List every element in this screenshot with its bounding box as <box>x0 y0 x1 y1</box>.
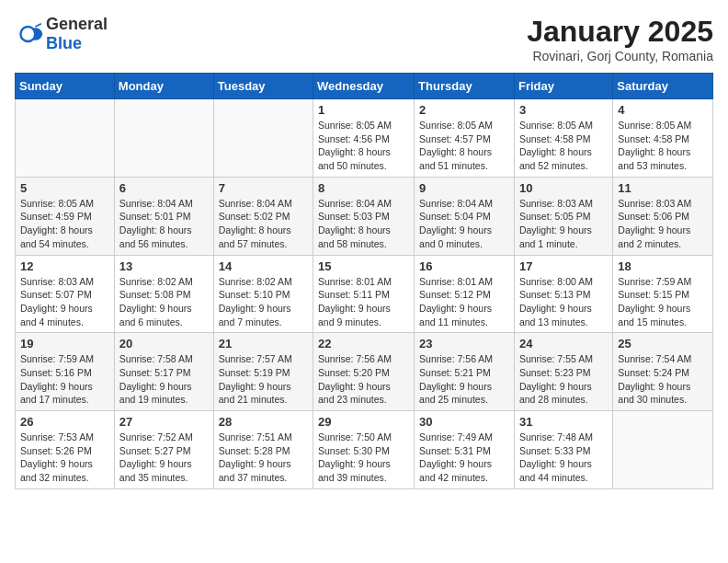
weekday-header-row: SundayMondayTuesdayWednesdayThursdayFrid… <box>16 74 713 99</box>
day-info: Sunrise: 7:59 AM Sunset: 5:15 PM Dayligh… <box>618 275 708 329</box>
day-number: 31 <box>519 415 608 429</box>
day-info: Sunrise: 8:02 AM Sunset: 5:08 PM Dayligh… <box>119 275 209 329</box>
weekday-header-tuesday: Tuesday <box>213 74 313 99</box>
day-number: 21 <box>219 337 308 350</box>
day-info: Sunrise: 8:05 AM Sunset: 4:56 PM Dayligh… <box>318 119 409 173</box>
calendar-cell: 18Sunrise: 7:59 AM Sunset: 5:15 PM Dayli… <box>613 255 713 333</box>
calendar-cell: 20Sunrise: 7:58 AM Sunset: 5:17 PM Dayli… <box>114 333 213 411</box>
calendar-cell: 7Sunrise: 8:04 AM Sunset: 5:02 PM Daylig… <box>213 177 313 255</box>
day-info: Sunrise: 7:56 AM Sunset: 5:20 PM Dayligh… <box>318 352 409 407</box>
day-number: 30 <box>419 415 509 429</box>
day-number: 28 <box>219 415 308 429</box>
calendar-cell: 29Sunrise: 7:50 AM Sunset: 5:30 PM Dayli… <box>313 411 415 489</box>
day-number: 29 <box>318 415 409 429</box>
day-number: 23 <box>419 337 509 350</box>
calendar-cell: 30Sunrise: 7:49 AM Sunset: 5:31 PM Dayli… <box>415 411 515 489</box>
calendar-cell: 23Sunrise: 7:56 AM Sunset: 5:21 PM Dayli… <box>415 333 515 411</box>
day-number: 2 <box>419 103 509 117</box>
calendar-cell: 26Sunrise: 7:53 AM Sunset: 5:26 PM Dayli… <box>16 411 115 489</box>
day-info: Sunrise: 7:49 AM Sunset: 5:31 PM Dayligh… <box>419 431 509 485</box>
day-info: Sunrise: 7:53 AM Sunset: 5:26 PM Dayligh… <box>20 431 109 485</box>
calendar-cell: 22Sunrise: 7:56 AM Sunset: 5:20 PM Dayli… <box>313 333 415 411</box>
day-number: 19 <box>20 337 109 350</box>
day-info: Sunrise: 7:57 AM Sunset: 5:19 PM Dayligh… <box>219 352 308 407</box>
calendar-week-2: 5Sunrise: 8:05 AM Sunset: 4:59 PM Daylig… <box>16 177 713 255</box>
calendar-cell <box>16 99 115 178</box>
day-number: 14 <box>219 259 308 273</box>
calendar-title: January 2025 <box>527 15 713 49</box>
day-number: 12 <box>20 259 109 273</box>
day-number: 10 <box>519 181 608 195</box>
calendar-cell: 19Sunrise: 7:59 AM Sunset: 5:16 PM Dayli… <box>16 333 115 411</box>
calendar-cell: 12Sunrise: 8:03 AM Sunset: 5:07 PM Dayli… <box>16 255 115 333</box>
day-info: Sunrise: 8:04 AM Sunset: 5:04 PM Dayligh… <box>419 197 509 251</box>
day-number: 25 <box>618 337 708 350</box>
calendar-table: SundayMondayTuesdayWednesdayThursdayFrid… <box>15 73 713 489</box>
svg-point-0 <box>20 27 35 41</box>
calendar-cell: 15Sunrise: 8:01 AM Sunset: 5:11 PM Dayli… <box>313 255 415 333</box>
day-number: 18 <box>618 259 708 273</box>
calendar-cell: 3Sunrise: 8:05 AM Sunset: 4:58 PM Daylig… <box>514 99 612 178</box>
day-info: Sunrise: 7:59 AM Sunset: 5:16 PM Dayligh… <box>20 352 109 407</box>
logo-icon <box>15 19 44 49</box>
calendar-cell: 13Sunrise: 8:02 AM Sunset: 5:08 PM Dayli… <box>114 255 213 333</box>
calendar-body: 1Sunrise: 8:05 AM Sunset: 4:56 PM Daylig… <box>16 99 713 489</box>
day-info: Sunrise: 8:01 AM Sunset: 5:11 PM Dayligh… <box>318 275 409 329</box>
day-info: Sunrise: 7:55 AM Sunset: 5:23 PM Dayligh… <box>519 352 608 407</box>
day-info: Sunrise: 8:05 AM Sunset: 4:58 PM Dayligh… <box>618 119 708 173</box>
calendar-cell: 27Sunrise: 7:52 AM Sunset: 5:27 PM Dayli… <box>114 411 213 489</box>
day-number: 1 <box>318 103 409 117</box>
day-number: 13 <box>119 259 209 273</box>
weekday-header-sunday: Sunday <box>16 74 115 99</box>
day-info: Sunrise: 8:03 AM Sunset: 5:05 PM Dayligh… <box>519 197 608 251</box>
day-info: Sunrise: 7:52 AM Sunset: 5:27 PM Dayligh… <box>119 431 209 485</box>
day-info: Sunrise: 7:50 AM Sunset: 5:30 PM Dayligh… <box>318 431 409 485</box>
svg-line-1 <box>35 24 40 27</box>
calendar-cell <box>213 99 313 178</box>
day-number: 9 <box>419 181 509 195</box>
calendar-subtitle: Rovinari, Gorj County, Romania <box>527 49 713 63</box>
day-number: 17 <box>519 259 608 273</box>
day-number: 7 <box>219 181 308 195</box>
weekday-header-wednesday: Wednesday <box>313 74 415 99</box>
calendar-week-1: 1Sunrise: 8:05 AM Sunset: 4:56 PM Daylig… <box>16 99 713 178</box>
day-info: Sunrise: 8:04 AM Sunset: 5:01 PM Dayligh… <box>119 197 209 251</box>
calendar-cell: 16Sunrise: 8:01 AM Sunset: 5:12 PM Dayli… <box>415 255 515 333</box>
calendar-cell: 6Sunrise: 8:04 AM Sunset: 5:01 PM Daylig… <box>114 177 213 255</box>
day-info: Sunrise: 7:51 AM Sunset: 5:28 PM Dayligh… <box>219 431 308 485</box>
logo: General Blue <box>15 15 108 53</box>
day-info: Sunrise: 8:03 AM Sunset: 5:06 PM Dayligh… <box>618 197 708 251</box>
day-info: Sunrise: 7:48 AM Sunset: 5:33 PM Dayligh… <box>519 431 608 485</box>
weekday-header-friday: Friday <box>514 74 612 99</box>
day-info: Sunrise: 8:03 AM Sunset: 5:07 PM Dayligh… <box>20 275 109 329</box>
weekday-header-thursday: Thursday <box>415 74 515 99</box>
day-number: 26 <box>20 415 109 429</box>
day-info: Sunrise: 8:00 AM Sunset: 5:13 PM Dayligh… <box>519 275 608 329</box>
day-number: 6 <box>119 181 209 195</box>
day-number: 3 <box>519 103 608 117</box>
calendar-week-5: 26Sunrise: 7:53 AM Sunset: 5:26 PM Dayli… <box>16 411 713 489</box>
calendar-cell: 8Sunrise: 8:04 AM Sunset: 5:03 PM Daylig… <box>313 177 415 255</box>
page-header: General Blue January 2025 Rovinari, Gorj… <box>15 15 713 63</box>
logo-general-text: General <box>46 15 108 33</box>
day-info: Sunrise: 8:01 AM Sunset: 5:12 PM Dayligh… <box>419 275 509 329</box>
day-info: Sunrise: 8:04 AM Sunset: 5:02 PM Dayligh… <box>219 197 308 251</box>
calendar-cell: 11Sunrise: 8:03 AM Sunset: 5:06 PM Dayli… <box>613 177 713 255</box>
day-number: 20 <box>119 337 209 350</box>
calendar-cell: 28Sunrise: 7:51 AM Sunset: 5:28 PM Dayli… <box>213 411 313 489</box>
calendar-header: SundayMondayTuesdayWednesdayThursdayFrid… <box>16 74 713 99</box>
day-info: Sunrise: 8:02 AM Sunset: 5:10 PM Dayligh… <box>219 275 308 329</box>
logo-blue-text: Blue <box>46 34 82 52</box>
calendar-cell: 2Sunrise: 8:05 AM Sunset: 4:57 PM Daylig… <box>415 99 515 178</box>
calendar-cell: 1Sunrise: 8:05 AM Sunset: 4:56 PM Daylig… <box>313 99 415 178</box>
calendar-cell: 21Sunrise: 7:57 AM Sunset: 5:19 PM Dayli… <box>213 333 313 411</box>
day-number: 4 <box>618 103 708 117</box>
day-number: 27 <box>119 415 209 429</box>
calendar-week-3: 12Sunrise: 8:03 AM Sunset: 5:07 PM Dayli… <box>16 255 713 333</box>
calendar-cell: 4Sunrise: 8:05 AM Sunset: 4:58 PM Daylig… <box>613 99 713 178</box>
day-number: 24 <box>519 337 608 350</box>
calendar-cell: 17Sunrise: 8:00 AM Sunset: 5:13 PM Dayli… <box>514 255 612 333</box>
day-info: Sunrise: 8:05 AM Sunset: 4:58 PM Dayligh… <box>519 119 608 173</box>
weekday-header-saturday: Saturday <box>613 74 713 99</box>
day-number: 11 <box>618 181 708 195</box>
